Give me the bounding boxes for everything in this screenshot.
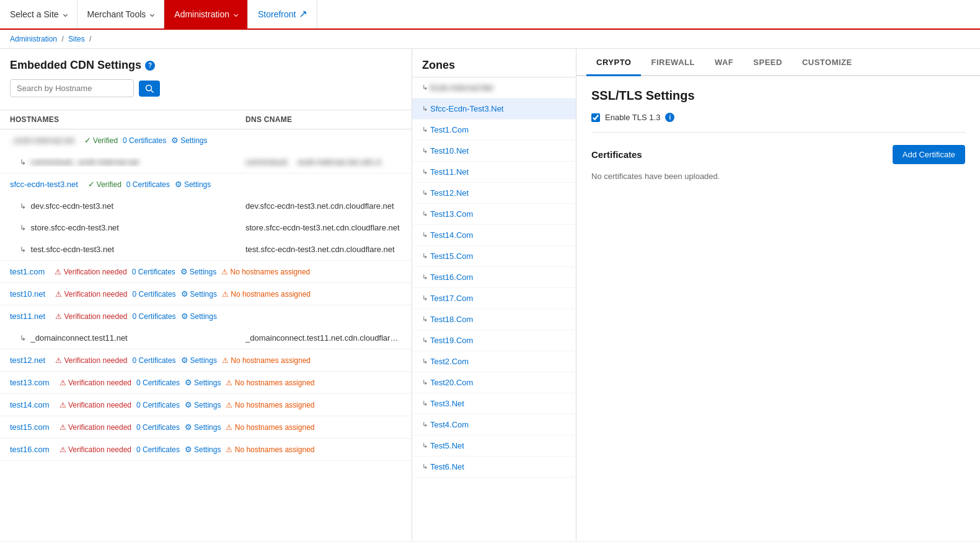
hostname-row-test15: test15.com ⚠ Verification needed 0 Certi… — [0, 416, 412, 438]
zone-arrow-test10-icon: ↳ — [422, 147, 428, 155]
tls-info-icon[interactable]: i — [665, 113, 674, 122]
external-link-icon — [299, 11, 307, 18]
add-certificate-button[interactable]: Add Certificate — [893, 145, 965, 164]
select-site-dropdown[interactable]: Select a Site — [0, 0, 77, 28]
hostname-sub-commcloud: ↳ commcloud...ecdn-internal.net — [10, 157, 245, 167]
certs-link-ecdn[interactable]: 0 Certificates — [123, 136, 166, 145]
hostname-row-sfcc: sfcc-ecdn-test3.net ✓ Verified 0 Certifi… — [0, 173, 412, 195]
settings-link-ecdn[interactable]: ⚙ Settings — [171, 136, 207, 145]
hostname-name-ecdn-internal: ..ecdn-internal.net — [10, 136, 74, 145]
settings-link-test10[interactable]: ⚙ Settings — [181, 289, 217, 299]
certs-header-row: Certificates Add Certificate — [591, 145, 965, 164]
certs-link-test10[interactable]: 0 Certificates — [133, 290, 176, 299]
zone-item-test17[interactable]: ↳ Test17.Com — [412, 288, 576, 309]
zone-arrow-test12-icon: ↳ — [422, 189, 428, 197]
certs-link-test11[interactable]: 0 Certificates — [133, 312, 176, 321]
settings-link-sfcc[interactable]: ⚙ Settings — [175, 180, 211, 189]
cname-store: store.sfcc-ecdn-test3.net.cdn.cloudflare… — [245, 223, 402, 232]
hostname-name-test1: test1.com — [10, 267, 45, 276]
top-nav: Select a Site Merchant Tools Administrat… — [0, 0, 980, 30]
settings-content: SSL/TLS Settings Enable TLS 1.3 i Certif… — [576, 76, 980, 193]
hostname-sub-test: ↳ test.sfcc-ecdn-test3.net — [10, 245, 245, 254]
zone-item-test15[interactable]: ↳ Test15.Com — [412, 246, 576, 267]
zone-label-test18: Test18.Com — [430, 315, 473, 324]
zone-item-test16[interactable]: ↳ Test16.Com — [412, 267, 576, 288]
settings-link-test12[interactable]: ⚙ Settings — [181, 356, 217, 365]
zones-title: Zones — [412, 49, 576, 77]
cname-commcloud: commcloud. ecdn-internal.net.cdn.cl — [245, 157, 402, 167]
zone-item-test19[interactable]: ↳ Test19.Com — [412, 330, 576, 351]
cname-dev: dev.sfcc-ecdn-test3.net.cdn.cloudflare.n… — [245, 201, 402, 211]
zone-item-test4[interactable]: ↳ Test4.Com — [412, 414, 576, 435]
badge-verified-sfcc: ✓ Verified — [88, 180, 121, 189]
tab-speed[interactable]: SPEED — [743, 49, 792, 76]
zone-item-sfcc[interactable]: ↳ Sfcc-Ecdn-Test3.Net — [412, 98, 576, 120]
merchant-tools-dropdown[interactable]: Merchant Tools — [77, 0, 165, 28]
hostname-name-test14: test14.com — [10, 400, 50, 409]
settings-panel: CRYPTO FIREWALL WAF SPEED CUSTOMIZE SSL/… — [576, 49, 980, 541]
settings-link-test16[interactable]: ⚙ Settings — [185, 445, 221, 454]
help-icon[interactable]: ? — [145, 61, 155, 71]
zone-item-ecdn-internal[interactable]: ↳ Ecdn-Internal.Net — [412, 77, 576, 98]
tls-checkbox[interactable] — [591, 113, 600, 122]
svg-line-1 — [151, 90, 154, 92]
zone-item-test20[interactable]: ↳ Test20.Com — [412, 372, 576, 393]
zone-item-test2[interactable]: ↳ Test2.Com — [412, 351, 576, 372]
storefront-link[interactable]: Storefront — [248, 0, 317, 28]
zone-item-test18[interactable]: ↳ Test18.Com — [412, 309, 576, 330]
certs-link-sfcc[interactable]: 0 Certificates — [126, 180, 170, 189]
hostname-sub-domainconnect: ↳ _domainconnect.test11.net — [10, 333, 245, 343]
no-certs-message: No certificates have been uploaded. — [591, 172, 965, 181]
zone-arrow-test2-icon: ↳ — [422, 357, 428, 365]
zone-item-test14[interactable]: ↳ Test14.Com — [412, 225, 576, 246]
tab-crypto[interactable]: CRYPTO — [586, 49, 641, 76]
zone-label-test1: Test1.Com — [430, 125, 469, 134]
hostname-name-test13: test13.com — [10, 378, 50, 387]
hostname-group-test15: test15.com ⚠ Verification needed 0 Certi… — [0, 416, 412, 439]
hostname-group-test12: test12.net ⚠ Verification needed 0 Certi… — [0, 349, 412, 372]
zone-item-test6[interactable]: ↳ Test6.Net — [412, 457, 576, 478]
certs-link-test15[interactable]: 0 Certificates — [136, 423, 180, 432]
hostname-name-test15: test15.com — [10, 422, 50, 432]
left-panel-header: Embedded CDN Settings ? — [0, 49, 412, 110]
certs-title: Certificates — [591, 149, 642, 160]
merchant-tools-label: Merchant Tools — [87, 9, 146, 19]
tab-customize[interactable]: CUSTOMIZE — [792, 49, 862, 76]
hostname-row-test12: test12.net ⚠ Verification needed 0 Certi… — [0, 349, 412, 371]
hostname-row-test10: test10.net ⚠ Verification needed 0 Certi… — [0, 283, 412, 305]
zone-item-test3[interactable]: ↳ Test3.Net — [412, 393, 576, 414]
tab-firewall[interactable]: FIREWALL — [641, 49, 704, 76]
administration-dropdown[interactable]: Administration — [164, 0, 248, 28]
search-button[interactable] — [139, 81, 160, 97]
zone-arrow-test20-icon: ↳ — [422, 378, 428, 387]
certs-link-test16[interactable]: 0 Certificates — [136, 445, 180, 454]
certs-link-test12[interactable]: 0 Certificates — [133, 356, 176, 365]
zone-item-test1[interactable]: ↳ Test1.Com — [412, 120, 576, 141]
badge-error-test1: ⚠ Verification needed — [55, 268, 126, 276]
storefront-label: Storefront — [258, 9, 296, 19]
breadcrumb-admin[interactable]: Administration — [10, 35, 57, 43]
breadcrumb-sites[interactable]: Sites — [68, 35, 85, 43]
zone-item-test10[interactable]: ↳ Test10.Net — [412, 141, 576, 162]
hostname-name-test12: test12.net — [10, 356, 45, 365]
certs-link-test13[interactable]: 0 Certificates — [136, 378, 180, 387]
settings-link-test14[interactable]: ⚙ Settings — [185, 400, 221, 409]
zone-item-test5[interactable]: ↳ Test5.Net — [412, 435, 576, 457]
certs-link-test1[interactable]: 0 Certificates — [132, 268, 175, 276]
zone-arrow-test6-icon: ↳ — [422, 463, 428, 471]
zone-item-test13[interactable]: ↳ Test13.Com — [412, 204, 576, 225]
search-input[interactable] — [10, 79, 134, 97]
administration-chevron-icon — [234, 12, 238, 16]
tab-waf[interactable]: WAF — [705, 49, 743, 76]
settings-link-test11[interactable]: ⚙ Settings — [181, 312, 217, 321]
select-site-label: Select a Site — [10, 9, 59, 19]
badge-error-test13: ⚠ Verification needed — [60, 378, 131, 387]
zone-item-test11[interactable]: ↳ Test11.Net — [412, 162, 576, 183]
zone-label-test5: Test5.Net — [430, 441, 464, 450]
settings-link-test13[interactable]: ⚙ Settings — [185, 378, 221, 387]
zone-item-test12[interactable]: ↳ Test12.Net — [412, 183, 576, 204]
ssl-title: SSL/TLS Settings — [591, 89, 965, 103]
settings-link-test1[interactable]: ⚙ Settings — [180, 267, 216, 276]
settings-link-test15[interactable]: ⚙ Settings — [185, 422, 221, 432]
certs-link-test14[interactable]: 0 Certificates — [136, 401, 180, 409]
